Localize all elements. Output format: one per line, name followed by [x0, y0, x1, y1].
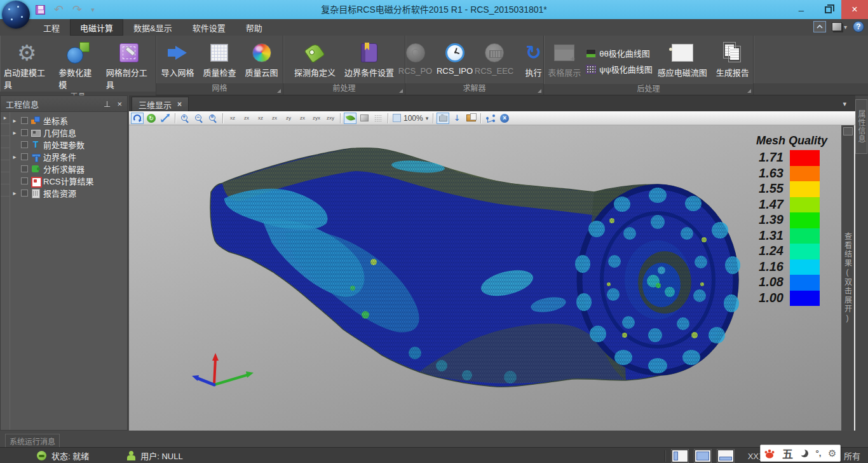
coordinate-system-icon [31, 116, 40, 125]
zoom-out-button[interactable]: − [193, 113, 205, 124]
checkbox[interactable] [21, 177, 28, 184]
view-xz-button[interactable]: xz [226, 113, 239, 124]
layout-fill-button[interactable] [695, 450, 711, 462]
view-zy-button[interactable]: zy [282, 113, 295, 124]
zoom-in-button[interactable]: + [179, 113, 191, 124]
tree-item-label: 边界条件 [43, 151, 76, 163]
help-button[interactable]: ? [853, 21, 864, 32]
group-launcher-icon[interactable] [399, 89, 403, 93]
ribbon-item-label: 参数化建模 [58, 66, 97, 90]
checkbox[interactable] [21, 153, 28, 160]
pan-zoom-button[interactable] [159, 113, 172, 124]
zoom-fit-button[interactable]: ⊕ [207, 113, 219, 124]
application-window: ↶ ↷ ▾ 复杂目标RCS电磁分析软件2015 R1 - RCS_2015031… [0, 0, 868, 463]
results-rail-tab[interactable]: 查看结果(双击展开) [841, 125, 855, 431]
rcs-po-button[interactable]: RCS_PO [397, 38, 435, 77]
rail-chevron-icon[interactable]: ▸ [1, 112, 10, 124]
checkbox[interactable] [21, 129, 28, 136]
scene-manager-button[interactable] [465, 113, 477, 124]
theta-polarization-curve-button[interactable]: θθ极化曲线图 [586, 47, 653, 59]
tree-item-preprocess-params[interactable]: T 前处理参数 [1, 139, 127, 151]
view-xz2-button[interactable]: xz [254, 113, 267, 124]
tab-close-icon[interactable]: × [177, 100, 182, 109]
view-zx2-button[interactable]: zx [268, 113, 281, 124]
tab-3d-display[interactable]: 三维显示 × [132, 97, 189, 111]
book-icon [361, 43, 377, 62]
mesh-partition-tool-button[interactable]: 网格剖分工具 [102, 38, 156, 92]
rcs-eec-button[interactable]: RCS_EEC [475, 38, 513, 77]
properties-rail-tab[interactable]: 属性信息 [855, 99, 867, 154]
tree-item-rcs-results[interactable]: RCS计算结果 [1, 175, 127, 187]
group-launcher-icon[interactable] [747, 89, 751, 93]
ribbon-item-label: ψψ极化曲线图 [599, 63, 653, 75]
tab-help[interactable]: 帮助 [236, 19, 273, 36]
ime-moon-icon[interactable] [800, 449, 809, 458]
induced-current-map-button[interactable]: 感应电磁流图 [654, 38, 711, 79]
shaded-mode-button[interactable] [344, 113, 356, 124]
collapse-ribbon-button[interactable] [813, 21, 826, 32]
boundary-condition-button[interactable]: 边界条件设置 [341, 38, 398, 79]
layout-bottom-button[interactable] [717, 450, 734, 462]
group-launcher-icon[interactable] [538, 89, 541, 93]
refresh-view-button[interactable]: ↻ [145, 113, 158, 124]
parametric-modeling-button[interactable]: 参数化建模 [55, 38, 100, 92]
tab-software-settings[interactable]: 软件设置 [182, 19, 236, 36]
system-messages-tab[interactable]: 系统运行消息 [5, 434, 60, 447]
tree-item-report-resources[interactable]: ▸ 报告资源 [1, 187, 127, 199]
import-view-button[interactable]: ↓ [451, 113, 463, 124]
tree-item-analysis-solver[interactable]: 分析求解器 [1, 163, 127, 175]
3d-canvas[interactable]: Mesh Quality 1.71 1.63 1.55 1.47 1.39 1.… [129, 125, 855, 431]
tree-item-coordinate-system[interactable]: ▸ 坐标系 [1, 114, 127, 127]
quality-check-button[interactable]: 质量检查 [199, 38, 240, 79]
table-display-button[interactable]: 表格展示 [544, 38, 585, 79]
tab-project[interactable]: 工程 [33, 19, 70, 36]
ime-logo-icon[interactable] [764, 448, 775, 459]
rcs-ipo-button[interactable]: RCS_IPO [436, 38, 474, 77]
checkbox[interactable] [21, 190, 28, 197]
checkbox[interactable] [21, 165, 28, 172]
clip-plane-button[interactable] [437, 113, 449, 124]
tab-list-dropdown-icon[interactable]: ▾ [843, 100, 846, 108]
ime-mode-button[interactable]: 五 [782, 445, 793, 461]
expand-icon[interactable]: ▸ [11, 117, 18, 124]
close-view-button[interactable]: × [498, 113, 511, 124]
group-launcher-icon[interactable] [277, 89, 281, 93]
view-zx-button[interactable]: zx [240, 113, 253, 124]
opacity-dropdown-icon[interactable]: ▾ [426, 115, 429, 121]
launch-modeling-tool-button[interactable]: ⚙ 启动建模工具 [0, 38, 53, 92]
layout-left-button[interactable] [672, 450, 688, 462]
view-iso1-button[interactable]: zyx [310, 113, 323, 124]
legend-swatch [790, 197, 820, 213]
import-mesh-button[interactable]: 导入网格 [157, 38, 198, 79]
probe-angle-button[interactable]: 探测角定义 [290, 38, 339, 79]
expand-icon[interactable]: ▸ [11, 129, 18, 136]
pin-icon[interactable]: ⊤ [104, 99, 111, 109]
psi-polarization-curve-button[interactable]: ψψ极化曲线图 [586, 63, 653, 75]
tab-data-display[interactable]: 数据&显示 [123, 19, 182, 36]
expand-icon[interactable]: ▸ [11, 153, 18, 160]
ime-punctuation-button[interactable]: °, [816, 448, 822, 458]
rotate-view-button[interactable] [131, 113, 144, 124]
ribbon-group-label: 网格 [156, 83, 283, 95]
checkbox[interactable] [21, 141, 28, 148]
tab-em-computation[interactable]: 电磁计算 [70, 19, 123, 36]
opacity-control[interactable]: 100% ▾ [391, 114, 430, 123]
flat-mode-button[interactable] [358, 113, 370, 124]
share-view-button[interactable] [484, 113, 497, 124]
expand-icon[interactable]: ▸ [11, 190, 18, 197]
checkbox[interactable] [21, 117, 28, 124]
view-iso2-button[interactable]: zxy [324, 113, 337, 124]
tree-item-boundary-conditions[interactable]: ▸ 边界条件 [1, 151, 127, 163]
style-selector-button[interactable]: ▾ [832, 22, 847, 31]
minimize-button[interactable]: – [788, 0, 815, 19]
close-button[interactable]: × [841, 0, 868, 19]
ime-settings-gear-icon[interactable]: ⚙ [828, 448, 836, 459]
restore-button[interactable] [815, 0, 841, 19]
quality-contour-button[interactable]: 质量云图 [241, 38, 282, 79]
generate-report-button[interactable]: 生成报告 [712, 38, 753, 79]
tree-item-geometry-info[interactable]: ▸ 几何信息 [1, 127, 127, 139]
view-zx3-button[interactable]: zx [296, 113, 309, 124]
app-logo-icon[interactable] [2, 1, 30, 29]
wireframe-mode-button[interactable] [372, 113, 384, 124]
panel-close-icon[interactable]: × [117, 99, 122, 109]
